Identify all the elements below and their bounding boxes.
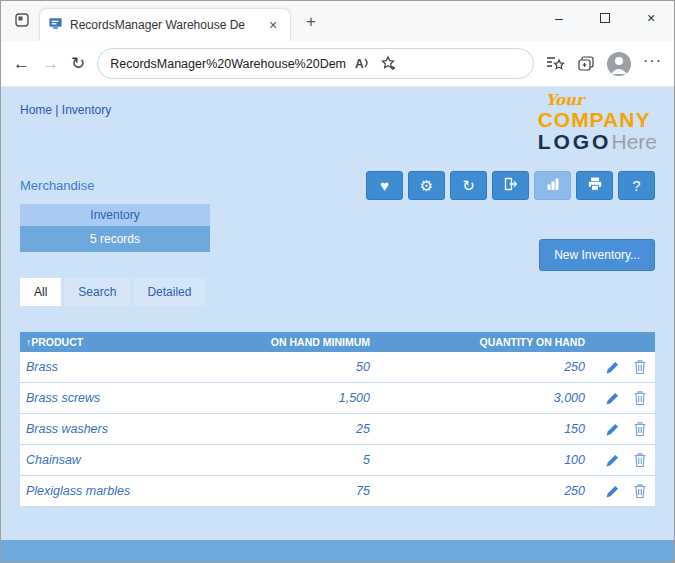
profile-avatar[interactable] (607, 52, 631, 76)
product-link[interactable]: Brass washers (20, 422, 185, 436)
tab-inventory[interactable]: Inventory (20, 204, 210, 226)
close-button[interactable]: × (628, 1, 674, 35)
table-row: Brass 50 250 (20, 352, 655, 383)
quantity-on-hand-value: 150 (370, 422, 585, 436)
tab-strip: RecordsManager Warehouse De × + – × (1, 1, 674, 41)
edit-pencil-icon[interactable] (605, 453, 620, 468)
filter-tabs: All Search Detailed (20, 278, 655, 306)
logo-bottom-row: LOGOHere (538, 131, 657, 153)
on-hand-minimum-value: 1,500 (185, 391, 370, 405)
forward-icon[interactable]: → (42, 55, 59, 72)
export-button[interactable] (492, 171, 529, 200)
edit-pencil-icon[interactable] (605, 484, 620, 499)
row-actions (585, 421, 655, 437)
favorites-icon[interactable] (546, 55, 565, 72)
logo-logo-text: LOGO (538, 130, 612, 153)
record-count-badge: 5 records (20, 226, 210, 252)
printer-icon (587, 176, 603, 195)
row-actions (585, 359, 655, 375)
delete-trash-icon[interactable] (633, 390, 647, 406)
quantity-on-hand-value: 250 (370, 360, 585, 374)
back-icon[interactable]: ← (13, 55, 30, 72)
chart-button[interactable] (534, 171, 571, 200)
tab-close-icon[interactable]: × (264, 16, 282, 34)
quantity-on-hand-value: 3,000 (370, 391, 585, 405)
settings-menu-icon[interactable]: ··· (643, 52, 662, 76)
on-hand-minimum-value: 75 (185, 484, 370, 498)
product-link[interactable]: Plexiglass marbles (20, 484, 185, 498)
page-content: Home | Inventory Your COMPANY LOGOHere M… (1, 87, 674, 562)
add-favorite-icon[interactable] (380, 55, 397, 72)
help-button[interactable]: ? (618, 171, 655, 200)
delete-trash-icon[interactable] (633, 421, 647, 437)
inventory-panel-row: Inventory 5 records New Inventory... (20, 204, 655, 252)
navigation-bar: ← → ↻ RecordsManager%20Warehouse%20Dem A… (1, 41, 674, 87)
inventory-table: ↑PRODUCT ON HAND MINIMUM QUANTITY ON HAN… (20, 332, 655, 507)
product-link[interactable]: Brass screws (20, 391, 185, 405)
new-inventory-button[interactable]: New Inventory... (539, 239, 655, 271)
filter-all-button[interactable]: All (20, 278, 61, 306)
maximize-button[interactable] (582, 1, 628, 35)
column-header-min[interactable]: ON HAND MINIMUM (185, 336, 370, 348)
inventory-panel: Inventory 5 records (20, 204, 210, 252)
record-toolbar: ♥ ⚙ ↻ ? (366, 171, 655, 200)
delete-trash-icon[interactable] (633, 452, 647, 468)
breadcrumb-inventory-link[interactable]: Inventory (62, 103, 111, 117)
tab-title: RecordsManager Warehouse De (70, 18, 257, 32)
quantity-on-hand-value: 100 (370, 453, 585, 467)
address-text: RecordsManager%20Warehouse%20Dem (110, 57, 346, 71)
quantity-on-hand-value: 250 (370, 484, 585, 498)
row-actions (585, 483, 655, 499)
heart-icon: ♥ (380, 177, 389, 194)
help-icon: ? (632, 177, 640, 194)
maximize-icon (600, 13, 610, 23)
row-actions (585, 390, 655, 406)
logo-here-text: Here (611, 130, 657, 153)
tab-actions-icon (14, 12, 30, 32)
breadcrumb-home-link[interactable]: Home (20, 103, 52, 117)
section-label: Merchandise (20, 178, 94, 193)
section-header-row: Merchandise ♥ ⚙ ↻ ? (20, 171, 655, 200)
tab-actions-button[interactable] (9, 9, 35, 35)
edit-pencil-icon[interactable] (605, 422, 620, 437)
settings-button[interactable]: ⚙ (408, 171, 445, 200)
window-controls: – × (536, 1, 674, 35)
new-tab-button[interactable]: + (297, 8, 325, 36)
logo-company-text: COMPANY (538, 109, 657, 131)
minimize-button[interactable]: – (536, 1, 582, 35)
delete-trash-icon[interactable] (633, 483, 647, 499)
address-bar[interactable]: RecordsManager%20Warehouse%20Dem A (97, 48, 534, 79)
company-logo: Your COMPANY LOGOHere (538, 93, 657, 153)
collections-icon[interactable] (577, 55, 595, 72)
delete-trash-icon[interactable] (633, 359, 647, 375)
footer-bar (1, 540, 674, 562)
breadcrumb-separator: | (52, 103, 62, 117)
tab-favicon (48, 16, 63, 35)
filter-detailed-button[interactable]: Detailed (133, 278, 205, 306)
on-hand-minimum-value: 5 (185, 453, 370, 467)
product-link[interactable]: Brass (20, 360, 185, 374)
on-hand-minimum-value: 25 (185, 422, 370, 436)
edit-pencil-icon[interactable] (605, 360, 620, 375)
print-button[interactable] (576, 171, 613, 200)
refresh-icon: ↻ (462, 177, 475, 195)
browser-window: RecordsManager Warehouse De × + – × ← → … (0, 0, 675, 563)
filter-search-button[interactable]: Search (64, 278, 130, 306)
row-actions (585, 452, 655, 468)
product-link[interactable]: Chainsaw (20, 453, 185, 467)
logo-your-text: Your (546, 93, 657, 109)
column-header-product[interactable]: ↑PRODUCT (20, 336, 185, 348)
browser-tab[interactable]: RecordsManager Warehouse De × (39, 8, 291, 41)
column-header-qty[interactable]: QUANTITY ON HAND (370, 336, 585, 348)
table-row: Brass screws 1,500 3,000 (20, 383, 655, 414)
table-row: Brass washers 25 150 (20, 414, 655, 445)
table-header-row: ↑PRODUCT ON HAND MINIMUM QUANTITY ON HAN… (20, 332, 655, 352)
export-icon (503, 176, 519, 195)
reload-button[interactable]: ↻ (450, 171, 487, 200)
on-hand-minimum-value: 50 (185, 360, 370, 374)
refresh-icon[interactable]: ↻ (71, 55, 85, 72)
favorites-button[interactable]: ♥ (366, 171, 403, 200)
read-aloud-icon[interactable]: A (355, 57, 371, 71)
edit-pencil-icon[interactable] (605, 391, 620, 406)
table-row: Chainsaw 5 100 (20, 445, 655, 476)
